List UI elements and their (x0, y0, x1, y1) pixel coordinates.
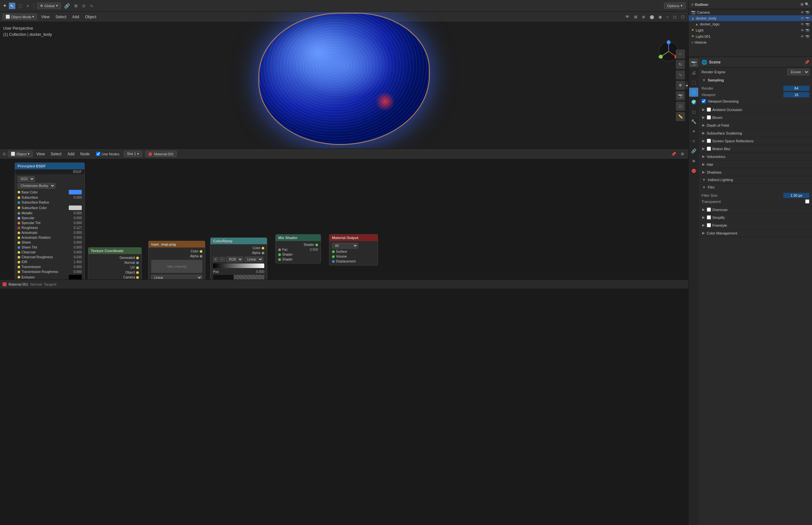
outliner-item-historic[interactable]: ≡ Historie (689, 40, 812, 45)
base-color-row[interactable]: Base Color (15, 189, 84, 195)
subsurface-color-row[interactable]: Subsurface Color (15, 205, 84, 211)
select-icon[interactable]: ↖ (9, 3, 15, 9)
remove-stop-btn[interactable]: − (220, 257, 225, 262)
snap-icon[interactable]: ⊞ (73, 3, 79, 9)
render-engine-select[interactable]: Eevee Cycles (787, 69, 809, 75)
wireframe-icon[interactable]: ◻ (672, 14, 678, 20)
scene-tab-icon[interactable]: 🌐 (689, 88, 698, 97)
rendered-view-icon[interactable]: ⬤ (648, 14, 655, 20)
sheen-tint-row[interactable]: Sheen Tint 0.500 (15, 245, 84, 250)
outliner-item-camera[interactable]: 📷 Camera 👁 📷 (689, 9, 812, 15)
metallic-row[interactable]: Metallic 0.000 (15, 211, 84, 215)
clearcoat-roughness-row[interactable]: Clearcoat Roughness 0.030 (15, 255, 84, 259)
hair-header[interactable]: ▶ Hair (699, 161, 812, 168)
node-add-menu[interactable]: Add (65, 151, 76, 157)
outliner-item-light[interactable]: ☀ Light 👁 📷 (689, 27, 812, 33)
roughness-row[interactable]: Roughness 0.127 (15, 225, 84, 230)
render-samples-value[interactable]: 64 (783, 86, 809, 91)
wave-icon[interactable]: ∿ (89, 3, 94, 9)
shadows-header[interactable]: ▶ Shadows (699, 168, 812, 176)
camera-visibility-icon[interactable]: 👁 (801, 11, 804, 14)
proportional-icon[interactable]: ⊙ (81, 3, 87, 9)
output-target-select[interactable]: All (332, 243, 358, 249)
color-management-header[interactable]: ▶ Color Management (699, 229, 812, 237)
camera-render-icon[interactable]: 📷 (806, 11, 809, 14)
docker-body-visibility-icon[interactable]: 👁 (801, 16, 804, 20)
node-node-menu[interactable]: Node (78, 151, 91, 157)
dof-header[interactable]: ▶ Depth of Field (699, 121, 812, 129)
rotate-tool-icon[interactable]: ↻ (676, 60, 685, 69)
sss-header[interactable]: ▶ Subsurface Scattering (699, 129, 812, 137)
film-header[interactable]: ▼ Film (699, 184, 812, 191)
box-select-icon[interactable]: ⬚ (17, 3, 24, 9)
volumetrics-header[interactable]: ▶ Volumetrics (699, 153, 812, 160)
subsurface-method-select[interactable]: Christensen-Burley (18, 183, 55, 189)
ambient-occlusion-header[interactable]: ▶ Ambient Occlusion (699, 106, 812, 113)
output-target-row[interactable]: All (329, 242, 378, 249)
mix-fac-row[interactable]: Fac 0.500 (276, 247, 321, 252)
data-tab-icon[interactable]: ◈ (689, 156, 698, 165)
material-btn[interactable]: ⬤ Material.001 (145, 151, 177, 157)
indirect-lighting-header[interactable]: ▼ Indirect Lighting (699, 176, 812, 183)
light001-visibility-icon[interactable]: 👁 (801, 34, 804, 39)
light001-render-icon[interactable]: 📷 (806, 34, 809, 38)
modifier-tab-icon[interactable]: 🔧 (689, 117, 698, 126)
viewport-denoising-row[interactable]: Viewport Denoising (699, 98, 812, 104)
lasso-icon[interactable]: ⌖ (26, 3, 30, 9)
filter-size-value[interactable]: 1.50 px (783, 193, 809, 198)
add-menu[interactable]: Add (70, 14, 81, 20)
bloom-checkbox[interactable] (707, 115, 711, 120)
overscan-header[interactable]: ▶ Overscan (699, 206, 812, 213)
move-tool-icon[interactable]: ↔ (676, 49, 685, 59)
view-layer-tab-icon[interactable]: ⬚ (689, 78, 698, 87)
physics-tab-icon[interactable]: ⚛ (689, 136, 698, 146)
object-mode-btn[interactable]: ⬜ Object Mode ▾ (3, 14, 37, 20)
docker-body-render-icon[interactable]: 📷 (806, 17, 809, 20)
render-icon[interactable]: 📷 (676, 91, 685, 100)
mb-checkbox[interactable] (707, 147, 711, 151)
anisotropic-row[interactable]: Anisotropic 0.000 (15, 230, 84, 235)
particles-tab-icon[interactable]: ✦ (689, 127, 698, 136)
light-visibility-icon[interactable]: 👁 (801, 28, 804, 32)
object-tab-icon[interactable]: ◻ (689, 107, 698, 116)
global-mode-btn[interactable]: ⊕ Global ▾ (37, 3, 61, 9)
pin-btn[interactable]: 📌 (804, 60, 809, 64)
ssr-checkbox[interactable] (707, 139, 711, 143)
overlay-icon[interactable]: ⊠ (633, 14, 639, 20)
measure-icon[interactable]: 📏 (676, 112, 685, 121)
docker-logo-visibility-icon[interactable]: 👁 (801, 22, 804, 26)
node-principled-bsdf[interactable]: Principled BSDF BSDF GGX Christensen-Bur… (15, 163, 85, 288)
colorramp-gradient[interactable] (213, 264, 264, 268)
pin-icon[interactable]: 📌 (670, 151, 677, 157)
node-settings-icon[interactable]: ⚙ (679, 151, 685, 157)
freestyle-checkbox[interactable] (707, 223, 711, 227)
node-canvas[interactable]: Principled BSDF BSDF GGX Christensen-Bur… (0, 159, 688, 288)
emission-color-swatch[interactable] (69, 275, 82, 280)
light-render-icon[interactable]: 📷 (806, 28, 809, 32)
render-tab-icon[interactable]: 📷 (689, 58, 698, 68)
motion-blur-header[interactable]: ▶ Motion Blur (699, 145, 812, 152)
sheen-row[interactable]: Sheen 0.000 (15, 240, 84, 245)
outliner-item-docker-body[interactable]: ▲ docker_body 👁 📷 (689, 15, 812, 21)
view-menu[interactable]: View (39, 14, 51, 20)
node-object-mode-btn[interactable]: ⬜ Object ▾ (8, 151, 33, 157)
transform-tool-icon[interactable]: ✥ (676, 81, 685, 90)
viewport-shading-icon[interactable]: 👁 (624, 14, 631, 20)
simplify-header[interactable]: ▶ Simplify (699, 214, 812, 221)
node-view-menu[interactable]: View (34, 151, 47, 157)
docker-logo-render-icon[interactable]: 📷 (806, 22, 809, 26)
node-material-output[interactable]: Material Output All Surface (329, 234, 378, 266)
sampling-header[interactable]: ▼ Sampling (699, 77, 812, 84)
use-nodes-checkbox[interactable] (96, 152, 100, 156)
ao-checkbox[interactable] (707, 107, 711, 112)
scale-tool-icon[interactable]: ⤡ (676, 70, 685, 79)
viewport-canvas[interactable]: User Perspective (1) Collection | docker… (0, 22, 688, 149)
colorramp-mode-select[interactable]: RGB (226, 257, 243, 262)
ior-row[interactable]: IOR 1.450 (15, 259, 84, 265)
subsurface-color-swatch[interactable] (69, 206, 82, 210)
base-color-swatch[interactable] (69, 190, 82, 194)
material-preview-icon[interactable]: ◉ (657, 14, 663, 20)
anisotropic-rot-row[interactable]: Anisotropic Rotation 0.000 (15, 235, 84, 240)
material-tab-icon[interactable]: ⬤ (689, 166, 698, 175)
ssr-header[interactable]: ▶ Screen Space Reflections (699, 137, 812, 145)
